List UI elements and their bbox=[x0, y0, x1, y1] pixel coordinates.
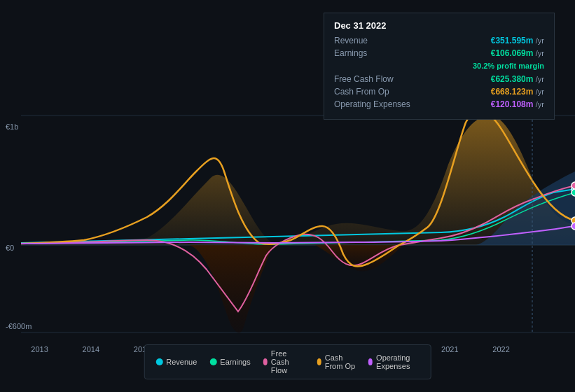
tooltip-value-fcf: €625.380m /yr bbox=[491, 74, 544, 84]
legend-item-revenue[interactable]: Revenue bbox=[155, 358, 197, 366]
tooltip-label-fcf: Free Cash Flow bbox=[334, 74, 418, 84]
legend: Revenue Earnings Free Cash Flow Cash Fro… bbox=[144, 344, 431, 379]
tooltip-label-earnings: Earnings bbox=[334, 48, 418, 58]
svg-point-8 bbox=[571, 223, 575, 230]
legend-label-revenue: Revenue bbox=[166, 358, 197, 366]
tooltip-box: Dec 31 2022 Revenue €351.595m /yr Earnin… bbox=[324, 13, 555, 120]
tooltip-value-revenue: €351.595m /yr bbox=[491, 36, 544, 46]
legend-item-opex[interactable]: Operating Expenses bbox=[368, 354, 420, 370]
x-tick-2022: 2022 bbox=[492, 345, 509, 354]
tooltip-row-revenue: Revenue €351.595m /yr bbox=[334, 36, 544, 46]
chart-container: Dec 31 2022 Revenue €351.595m /yr Earnin… bbox=[0, 0, 575, 392]
legend-label-earnings: Earnings bbox=[220, 358, 250, 366]
tooltip-date: Dec 31 2022 bbox=[334, 20, 544, 31]
legend-dot-opex bbox=[368, 358, 373, 365]
legend-label-opex: Operating Expenses bbox=[376, 354, 420, 370]
legend-label-fcf: Free Cash Flow bbox=[271, 349, 305, 374]
tooltip-row-opex: Operating Expenses €120.108m /yr bbox=[334, 99, 544, 109]
legend-item-earnings[interactable]: Earnings bbox=[209, 358, 250, 366]
legend-dot-cashfromop bbox=[317, 358, 321, 365]
legend-label-cashfromop: Cash From Op bbox=[325, 354, 356, 370]
legend-item-cashfromop[interactable]: Cash From Op bbox=[317, 354, 356, 370]
tooltip-value-earnings: €106.069m /yr bbox=[491, 48, 544, 58]
x-tick-2014: 2014 bbox=[83, 345, 99, 354]
chart-svg bbox=[0, 108, 575, 343]
svg-point-5 bbox=[571, 189, 575, 196]
tooltip-label-revenue: Revenue bbox=[334, 36, 418, 46]
tooltip-value-cashfromop: €668.123m /yr bbox=[491, 87, 544, 97]
legend-dot-earnings bbox=[209, 358, 216, 365]
profit-margin-label: 30.2% profit margin bbox=[473, 62, 544, 70]
x-tick-2021: 2021 bbox=[441, 345, 458, 354]
tooltip-value-opex: €120.108m /yr bbox=[491, 99, 544, 109]
legend-dot-revenue bbox=[155, 358, 162, 365]
legend-item-fcf[interactable]: Free Cash Flow bbox=[263, 349, 305, 374]
x-tick-2013: 2013 bbox=[31, 345, 48, 354]
tooltip-label-cashfromop: Cash From Op bbox=[334, 87, 418, 97]
legend-dot-fcf bbox=[263, 358, 268, 365]
tooltip-row-cashfromop: Cash From Op €668.123m /yr bbox=[334, 87, 544, 97]
tooltip-row-earnings: Earnings €106.069m /yr 30.2% profit marg… bbox=[334, 48, 544, 71]
tooltip-label-opex: Operating Expenses bbox=[334, 99, 418, 109]
svg-point-6 bbox=[571, 182, 575, 189]
tooltip-row-fcf: Free Cash Flow €625.380m /yr bbox=[334, 74, 544, 84]
